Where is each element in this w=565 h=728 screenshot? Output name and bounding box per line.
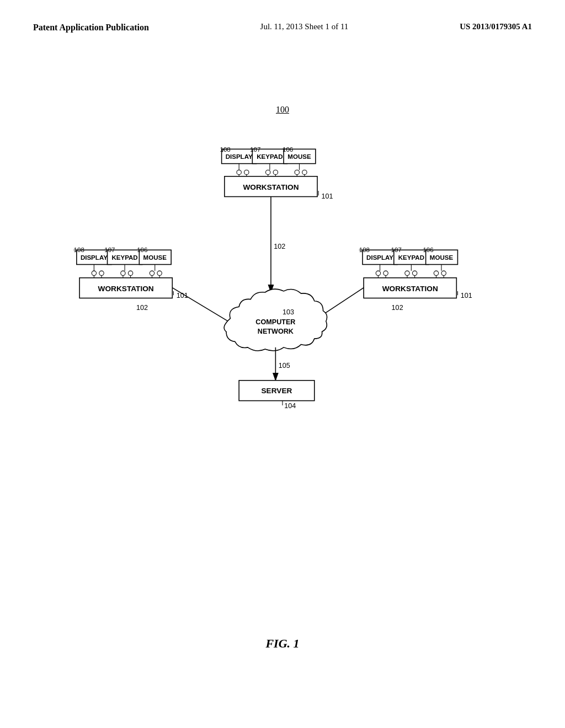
left-ws-conn-id: 102	[136, 304, 148, 312]
page: Patent Application Publication Jul. 11, …	[0, 0, 565, 728]
right-display-port2	[383, 271, 388, 275]
top-keypad-port1	[266, 170, 270, 174]
right-keypad-port2	[412, 271, 417, 275]
top-workstation-label: WORKSTATION	[243, 183, 299, 191]
header-left-label: Patent Application Publication	[33, 22, 149, 34]
diagram-area: WORKSTATION 101 DISPLAY	[33, 99, 532, 485]
left-mouse-label: MOUSE	[143, 254, 167, 261]
top-keypad-label: KEYPAD	[257, 153, 282, 160]
top-display-port2	[244, 170, 249, 174]
left-keypad-port2	[128, 271, 132, 275]
network-label-line2: NETWORK	[258, 328, 294, 335]
header: Patent Application Publication Jul. 11, …	[33, 22, 532, 39]
network-label-line1: COMPUTER	[255, 318, 295, 326]
left-display-port1	[92, 271, 96, 275]
server-id: 104	[284, 402, 296, 410]
header-center-label: Jul. 11, 2013 Sheet 1 of 11	[260, 22, 349, 31]
diagram-svg: WORKSTATION 101 DISPLAY	[33, 99, 532, 485]
top-keypad-port2	[273, 170, 278, 174]
network-server-conn-id: 105	[279, 362, 290, 370]
left-keypad-port1	[121, 271, 125, 275]
network-id: 103	[282, 308, 294, 316]
left-keypad-label: KEYPAD	[111, 254, 137, 261]
left-mouse-port1	[150, 271, 154, 275]
right-display-label: DISPLAY	[366, 254, 393, 261]
top-mouse-label: MOUSE	[287, 153, 311, 160]
left-display-label: DISPLAY	[81, 254, 108, 261]
top-mouse-id: 106	[282, 146, 293, 153]
right-mouse-port1	[434, 271, 438, 275]
right-mouse-label: MOUSE	[430, 254, 454, 261]
figure-caption: FIG. 1	[265, 636, 299, 651]
right-ws-conn-id: 102	[392, 304, 403, 312]
top-mouse-port1	[295, 170, 299, 174]
right-ws-id: 101	[461, 292, 472, 300]
top-mouse-port2	[302, 170, 307, 174]
right-workstation-label: WORKSTATION	[382, 285, 438, 293]
left-display-port2	[99, 271, 104, 275]
top-ws-conn-id: 102	[274, 243, 285, 250]
right-keypad-label: KEYPAD	[398, 254, 424, 261]
top-ws-id: 101	[321, 192, 333, 200]
right-display-port1	[376, 271, 380, 275]
right-keypad-port1	[405, 271, 409, 275]
server-label: SERVER	[262, 387, 292, 395]
header-right-label: US 2013/0179305 A1	[460, 22, 532, 31]
top-display-port1	[237, 170, 241, 174]
left-workstation-label: WORKSTATION	[98, 285, 154, 293]
left-mouse-port2	[157, 271, 162, 275]
top-display-id: 108	[220, 146, 230, 153]
right-mouse-port2	[441, 271, 446, 275]
top-display-label: DISPLAY	[226, 153, 253, 160]
